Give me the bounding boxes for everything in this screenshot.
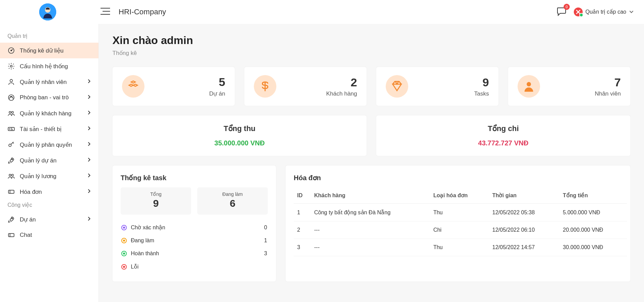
stat-value: 9 [474,76,489,89]
total-expense-label: Tổng chi [385,124,622,133]
svg-point-11 [9,144,11,146]
chevron-down-icon [629,10,634,14]
svg-point-18 [527,82,531,86]
sidebar-item-label: Thống kê dữ liệu [20,47,63,54]
invoice-col-header: ID [294,187,311,204]
task-stats-title: Thống kê task [121,174,268,182]
invoice-cell: 1 [294,204,311,221]
menu-icon [101,8,110,15]
sidebar-item-label: Quản lý nhân viên [20,78,67,86]
sidebar-item[interactable]: Quản lý nhân viên [0,74,98,90]
user-icon [7,78,15,86]
stat-value: 7 [595,76,621,89]
status-dot-icon [121,264,127,270]
invoice-cell: 5.000.000 VNĐ [559,204,627,221]
ticket-icon [7,188,15,196]
chat-button[interactable]: 0 [556,6,566,17]
total-income-label: Tổng thu [121,124,358,133]
svg-point-12 [12,159,13,160]
sidebar-item[interactable]: Cấu hình hệ thống [0,58,98,74]
sidebar-item[interactable]: Chat [0,227,98,243]
invoice-cell: 20.000.000 VNĐ [559,221,627,239]
sidebar-item[interactable]: Hóa đơn [0,184,98,200]
asset-icon [7,125,15,133]
svg-point-13 [9,174,11,176]
invoice-cell: 12/05/2022 06:10 [489,221,559,239]
avatar[interactable] [39,3,56,20]
sidebar-item[interactable]: Quản lý phân quyền [0,137,98,153]
person-icon [518,75,540,98]
invoice-row[interactable]: 2---Chi12/05/2022 06:1020.000.000 VNĐ [294,221,627,239]
diamond-icon [386,75,408,98]
invoice-cell: Chi [430,221,489,239]
sidebar-item-label: Quản lý dự án [20,157,57,164]
svg-point-3 [11,50,12,51]
invoice-title: Hóa đơn [294,174,627,182]
task-total-box: Tổng 9 [121,187,191,215]
page-subtitle: Thống kê [112,49,630,57]
users-icon [7,172,15,180]
task-doing-label: Đang làm [197,191,268,197]
stat-card: 7Nhân viên [508,67,630,106]
task-status-count: 3 [264,250,267,257]
stat-card: 9Tasks [376,67,499,106]
stat-value: 5 [209,75,225,89]
sidebar-item[interactable]: Tài sản - thiết bị [0,121,98,137]
chevron-right-icon [88,188,91,195]
task-status-label: Hoàn thành [131,250,159,257]
svg-rect-17 [9,233,14,236]
sidebar-item-label: Quản lý lương [20,173,57,180]
status-dot-icon [121,251,127,256]
sidebar-item-label: Dự án [20,216,36,223]
task-doing-value: 6 [197,198,268,209]
status-dot-icon [121,225,127,230]
invoice-cell: 30.000.000 VNĐ [559,239,627,256]
menu-toggle[interactable] [101,8,110,16]
task-status-row: Chờ xác nhận0 [121,221,268,234]
svg-rect-9 [8,127,14,130]
stat-label: Nhân viên [595,90,621,97]
chevron-right-icon [88,110,91,117]
invoice-cell: Thu [430,204,489,221]
svg-point-6 [9,95,14,101]
chevron-right-icon [88,157,91,164]
invoice-row[interactable]: 3---Thu12/05/2022 14:5730.000.000 VNĐ [294,239,627,256]
svg-point-7 [9,112,11,114]
stat-card: 2Khách hàng [244,67,367,106]
invoice-col-header: Tổng tiền [559,187,627,204]
sidebar-item-label: Tài sản - thiết bị [20,126,62,133]
chevron-right-icon [88,141,91,148]
invoice-col-header: Loại hóa đơn [430,187,489,204]
total-expense-card: Tổng chi 43.772.727 VNĐ [376,115,630,156]
sidebar-item[interactable]: Thống kê dữ liệu [0,43,98,58]
invoice-cell: --- [311,239,430,256]
stat-label: Dự án [209,90,225,97]
sidebar-item-label: Chat [20,232,32,239]
sidebar-item[interactable]: Quản lý lương [0,168,98,184]
sidebar-item-label: Quản lý phân quyền [20,141,72,148]
user-status-badge [574,8,583,16]
stat-value: 2 [326,76,357,89]
svg-point-10 [10,129,10,129]
sidebar-item[interactable]: Dự án [0,212,98,227]
user-menu[interactable]: Quản trị cấp cao [574,8,634,16]
sidebar-item[interactable]: Quản lý khách hàng [0,105,98,121]
gauge-icon [7,47,15,54]
chevron-right-icon [88,216,91,223]
sidebar-item[interactable]: Quản lý dự án [0,153,98,168]
invoice-col-header: Khách hàng [311,187,430,204]
main-content: Xin chào admin Thống kê 5Dự án2Khách hàn… [99,24,644,302]
sidebar: Quản trị Thống kê dữ liệuCấu hình hệ thố… [0,24,99,302]
task-status-label: Đang làm [131,238,154,244]
task-status-row: Đang làm1 [121,234,268,247]
task-stats-panel: Thống kê task Tổng 9 Đang làm 6 Chờ xác … [112,166,276,282]
invoice-row[interactable]: 1Công ty bất động sản Đà NẵngThu12/05/20… [294,204,627,221]
status-dot-icon [121,238,127,243]
total-expense-value: 43.772.727 VNĐ [385,139,622,147]
sidebar-section-admin: Quản trị [0,31,98,43]
chevron-right-icon [88,126,91,132]
sidebar-item[interactable]: Phòng ban - vai trò [0,90,98,105]
app-title[interactable]: HRI-Company [119,8,166,16]
total-income-card: Tổng thu 35.000.000 VNĐ [112,115,367,156]
user-role-label: Quản trị cấp cao [585,9,626,15]
